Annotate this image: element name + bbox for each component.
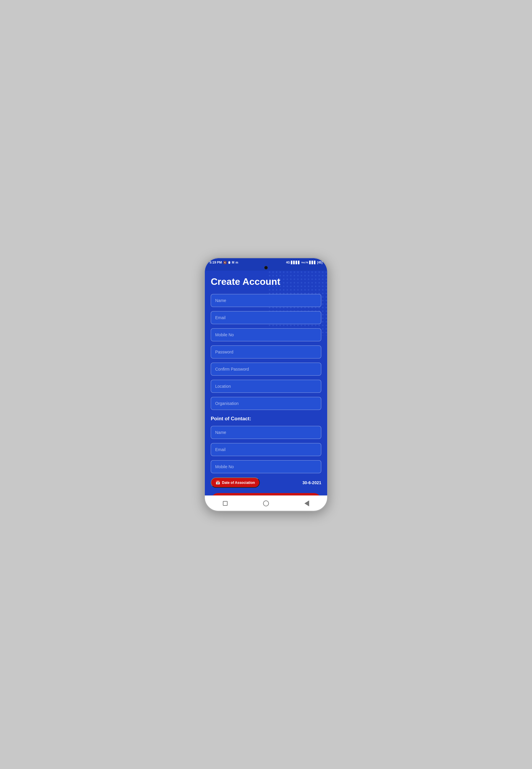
camera-dot: [264, 266, 268, 269]
poc-email-input[interactable]: [211, 443, 321, 456]
poc-mobile-input[interactable]: [211, 460, 321, 473]
trash-icon: 🗑: [228, 261, 231, 264]
signal-bars-2: ▋▋▋: [309, 261, 316, 264]
nav-square-button[interactable]: [221, 499, 229, 508]
circle-icon: [263, 501, 269, 506]
form-area: Create Account Point of Contact:: [205, 271, 327, 496]
mobile-input[interactable]: [211, 328, 321, 341]
name-input[interactable]: [211, 294, 321, 307]
network-volte: VoLTE: [301, 261, 308, 264]
square-icon: [223, 501, 228, 506]
date-of-association-label: Date of Association: [222, 481, 255, 485]
status-bar: 5:19 PM 🔇 🗑 M m 4G ▋▋▋▋ VoLTE ▋▋▋ [45]: [205, 258, 327, 265]
triangle-icon: [304, 501, 309, 506]
location-input[interactable]: [211, 380, 321, 393]
nav-home-button[interactable]: [262, 499, 270, 508]
app-icon-m2: m: [236, 261, 238, 264]
password-input[interactable]: [211, 345, 321, 358]
screen-content: Create Account Point of Contact:: [205, 271, 327, 496]
submit-button[interactable]: SUBMIT: [211, 493, 321, 496]
point-of-contact-label: Point of Contact:: [211, 416, 321, 422]
email-input[interactable]: [211, 311, 321, 324]
organisation-input[interactable]: [211, 397, 321, 410]
camera-area: [205, 265, 327, 271]
page-title: Create Account: [211, 276, 321, 287]
nav-back-button[interactable]: [303, 499, 311, 508]
bottom-nav: [205, 496, 327, 511]
date-of-association-row: 📅 Date of Association 30-6-2021: [211, 477, 321, 488]
network-4g: 4G: [286, 261, 290, 264]
battery-indicator: [45]: [317, 261, 322, 264]
status-right: 4G ▋▋▋▋ VoLTE ▋▋▋ [45]: [286, 261, 322, 264]
date-of-association-button[interactable]: 📅 Date of Association: [211, 477, 260, 488]
mute-icon: 🔇: [223, 261, 227, 264]
battery-value: 45: [318, 261, 322, 264]
phone-frame: 5:19 PM 🔇 🗑 M m 4G ▋▋▋▋ VoLTE ▋▋▋ [45]: [204, 257, 328, 512]
app-icon-m: M: [232, 261, 234, 264]
status-left: 5:19 PM 🔇 🗑 M m: [210, 260, 238, 264]
date-of-association-value: 30-6-2021: [302, 480, 321, 485]
signal-bars: ▋▋▋▋: [291, 261, 300, 264]
confirm-password-input[interactable]: [211, 362, 321, 375]
calendar-icon: 📅: [215, 480, 220, 485]
poc-name-input[interactable]: [211, 426, 321, 439]
time-display: 5:19 PM: [210, 260, 222, 264]
phone-inner: 5:19 PM 🔇 🗑 M m 4G ▋▋▋▋ VoLTE ▋▋▋ [45]: [205, 258, 327, 511]
